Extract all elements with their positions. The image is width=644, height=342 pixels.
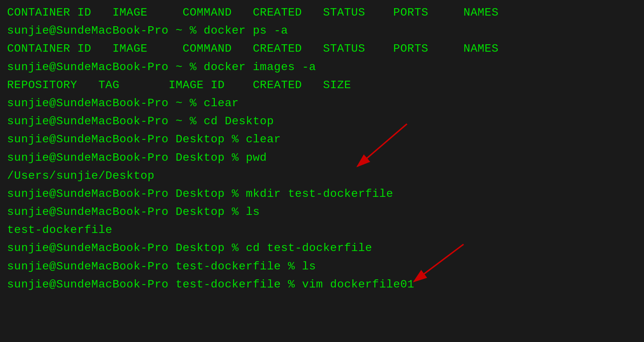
terminal-output: CONTAINER ID IMAGE COMMAND CREATED STATU… [7, 4, 637, 293]
terminal-line: /Users/sunjie/Desktop [7, 167, 637, 185]
terminal-line: sunjie@SundeMacBook-Pro Desktop % clear [7, 130, 637, 148]
terminal-line: sunjie@SundeMacBook-Pro Desktop % ls [7, 203, 637, 221]
terminal-line: sunjie@SundeMacBook-Pro test-dockerfile … [7, 275, 637, 293]
terminal-line: sunjie@SundeMacBook-Pro ~ % docker image… [7, 58, 637, 76]
terminal-line: sunjie@SundeMacBook-Pro ~ % docker ps -a [7, 22, 637, 40]
terminal-line: sunjie@SundeMacBook-Pro Desktop % cd tes… [7, 239, 637, 257]
terminal-line: sunjie@SundeMacBook-Pro Desktop % pwd [7, 149, 637, 167]
terminal-line: sunjie@SundeMacBook-Pro test-dockerfile … [7, 257, 637, 275]
terminal-line: sunjie@SundeMacBook-Pro ~ % clear [7, 94, 637, 112]
terminal-line: sunjie@SundeMacBook-Pro Desktop % mkdir … [7, 185, 637, 203]
terminal-line: CONTAINER ID IMAGE COMMAND CREATED STATU… [7, 4, 637, 22]
terminal-line: sunjie@SundeMacBook-Pro ~ % cd Desktop [7, 112, 637, 130]
terminal-line: CONTAINER ID IMAGE COMMAND CREATED STATU… [7, 40, 637, 58]
terminal-line: REPOSITORY TAG IMAGE ID CREATED SIZE [7, 76, 637, 94]
terminal-line: test-dockerfile [7, 221, 637, 239]
